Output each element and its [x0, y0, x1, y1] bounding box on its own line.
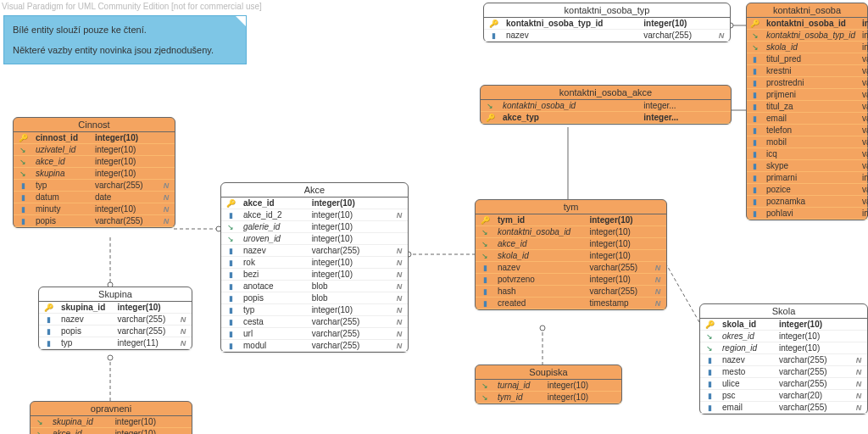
- nullable-badge: [714, 112, 731, 124]
- column-icon: ▮: [700, 390, 719, 402]
- column-type: integer(10): [309, 198, 391, 209]
- column-name: minuty: [32, 203, 92, 215]
- fk-icon: ↘: [476, 226, 494, 238]
- column-icon: ▮: [747, 208, 763, 220]
- column-icon: ▮: [747, 160, 763, 172]
- fk-icon: ↘: [14, 156, 32, 168]
- entity-kontaktni_osoba_akce[interactable]: kontaktni_osoba_akce↘kontaktni_osoba_idi…: [480, 85, 732, 125]
- column-type: varchar(255): [776, 366, 850, 378]
- fk-icon: ↘: [476, 250, 494, 262]
- nullable-badge: [175, 302, 192, 314]
- column-row: ▮typinteger(11)N: [39, 337, 192, 349]
- column-icon: ▮: [221, 304, 240, 316]
- nullable-badge: [713, 18, 730, 30]
- column-icon: ▮: [221, 245, 240, 257]
- column-row: ↘uzivatel_idinteger(10): [14, 144, 175, 156]
- entity-Skola[interactable]: Skola🔑skola_idinteger(10)↘okres_idintege…: [699, 303, 868, 415]
- column-icon: ▮: [700, 366, 719, 378]
- entity-title: kontaktni_osoba_akce: [481, 86, 731, 100]
- column-type: date: [92, 192, 158, 203]
- column-row: ▮nazevvarchar(255)N: [221, 245, 408, 257]
- column-type: varchar(255): [776, 354, 850, 366]
- column-name: skype: [763, 160, 859, 172]
- column-type: integer(10): [112, 416, 175, 428]
- column-type: integer(10): [859, 172, 868, 184]
- column-row: ▮icqvarchar(45)N: [747, 148, 868, 160]
- column-name: nazev: [58, 314, 114, 326]
- column-icon: ▮: [700, 378, 719, 390]
- column-type: varchar(255): [309, 340, 391, 352]
- column-icon: ▮: [14, 192, 32, 203]
- column-type: varchar(255): [309, 245, 391, 257]
- column-row: ▮skypevarchar(45)N: [747, 160, 868, 172]
- entity-Skupina[interactable]: Skupina🔑skupina_idinteger(10)▮nazevvarch…: [38, 287, 192, 350]
- column-row: ↘skola_idinteger(10): [747, 42, 868, 53]
- column-row: ▮telefonvarchar(45)N: [747, 125, 868, 136]
- column-row: ▮typinteger(10)N: [221, 304, 408, 316]
- entity-title: Skola: [700, 304, 867, 319]
- column-type: integer(10): [309, 257, 391, 269]
- entity-columns: 🔑kontaktni_osoba_typ_idinteger(10)▮nazev…: [484, 18, 730, 42]
- column-row: 🔑tym_idinteger(10): [476, 214, 666, 226]
- nullable-badge: [604, 380, 621, 392]
- column-row: ↘akce_idinteger(10): [476, 238, 666, 250]
- column-name: bezi: [240, 269, 309, 281]
- column-row: ↘galerie_idinteger(10): [221, 221, 408, 233]
- column-type: integer(10): [309, 269, 391, 281]
- entity-columns: 🔑tym_idinteger(10)↘kontaktni_osoba_idint…: [476, 214, 666, 309]
- column-type: integer(10): [92, 132, 158, 144]
- column-name: skupina_id: [49, 416, 112, 428]
- key-icon: 🔑: [221, 198, 240, 209]
- column-name: email: [763, 113, 859, 125]
- column-row: ▮popisvarchar(255)N: [14, 215, 175, 227]
- column-name: prijmeni: [763, 89, 859, 101]
- column-name: typ: [32, 180, 92, 192]
- column-row: ↘skola_idinteger(10): [476, 250, 666, 262]
- column-row: ▮popisblobN: [221, 292, 408, 304]
- entity-columns: ↘turnaj_idinteger(10)↘tym_idinteger(10): [476, 380, 621, 403]
- entity-title: opravneni: [31, 402, 192, 416]
- nullable-badge: [391, 233, 408, 245]
- column-type: integer(10): [114, 302, 175, 314]
- column-type: integer(10): [776, 342, 850, 354]
- nullable-badge: N: [850, 378, 867, 390]
- column-name: akce_id: [240, 198, 309, 209]
- column-name: created: [494, 298, 586, 309]
- column-type: varchar(45): [859, 113, 868, 125]
- column-name: galerie_id: [240, 221, 309, 233]
- column-icon: ▮: [221, 209, 240, 221]
- column-icon: ▮: [700, 402, 719, 414]
- column-icon: ▮: [484, 30, 503, 42]
- nullable-badge: [649, 226, 666, 238]
- nullable-badge: [714, 100, 731, 112]
- column-row: ↘skupinainteger(10): [14, 168, 175, 180]
- column-type: integer(10): [92, 168, 158, 180]
- column-type: varchar(45): [859, 148, 868, 160]
- column-name: region_id: [719, 342, 776, 354]
- nullable-badge: N: [391, 269, 408, 281]
- nullable-badge: [604, 392, 621, 403]
- nullable-badge: [391, 198, 408, 209]
- entity-opravneni[interactable]: opravneni↘skupina_idinteger(10)↘akce_idi…: [30, 401, 192, 434]
- column-row: ↘uroven_idinteger(10): [221, 233, 408, 245]
- entity-kontaktni_osoba[interactable]: kontaktni_osoba🔑kontaktni_osoba_idintege…: [746, 3, 868, 220]
- nullable-badge: [850, 331, 867, 342]
- entity-tym[interactable]: tym🔑tym_idinteger(10)↘kontaktni_osoba_id…: [475, 199, 667, 310]
- column-name: nazev: [240, 245, 309, 257]
- column-icon: ▮: [747, 65, 763, 77]
- entity-Soupiska[interactable]: Soupiska↘turnaj_idinteger(10)↘tym_idinte…: [475, 364, 622, 404]
- column-type: integer(10): [309, 304, 391, 316]
- nullable-badge: N: [850, 366, 867, 378]
- entity-Cinnost[interactable]: Cinnost🔑cinnost_idinteger(10)↘uzivatel_i…: [13, 117, 175, 228]
- column-row: 🔑cinnost_idinteger(10): [14, 132, 175, 144]
- nullable-badge: N: [391, 209, 408, 221]
- entity-Akce[interactable]: Akce🔑akce_idinteger(10)▮akce_id_2integer…: [220, 182, 409, 353]
- column-row: ▮primarniinteger(10)N: [747, 172, 868, 184]
- column-name: primarni: [763, 172, 859, 184]
- fk-icon: ↘: [14, 168, 32, 180]
- column-name: akce_typ: [499, 112, 640, 124]
- column-row: ↘okres_idinteger(10): [700, 331, 867, 342]
- fk-icon: ↘: [700, 331, 719, 342]
- entity-kontaktni_osoba_typ[interactable]: kontaktni_osoba_typ🔑kontaktni_osoba_typ_…: [483, 3, 731, 42]
- column-name: anotace: [240, 281, 309, 292]
